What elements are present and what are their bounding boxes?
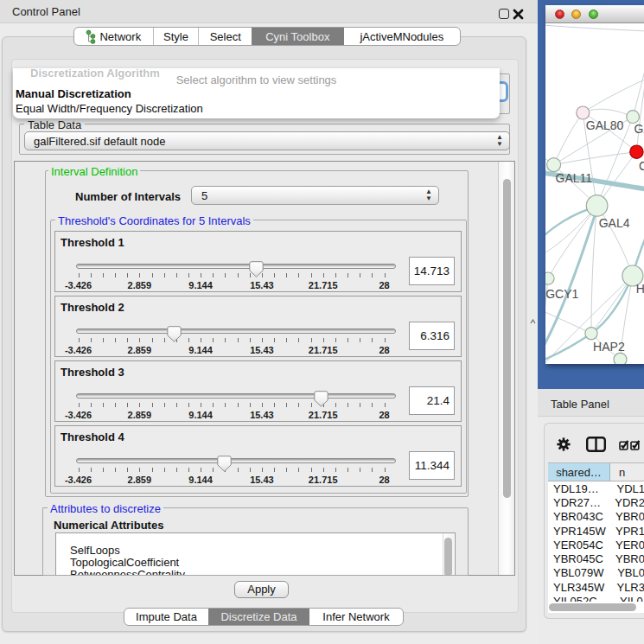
svg-text:HAP2: HAP2: [593, 340, 625, 354]
svg-text:GAL11: GAL11: [556, 171, 593, 185]
svg-text:C: C: [639, 159, 644, 173]
svg-text:GCY1: GCY1: [545, 287, 578, 301]
svg-text:GAL80: GAL80: [586, 118, 624, 132]
svg-text:H: H: [636, 282, 644, 296]
svg-text:GA: GA: [634, 122, 644, 136]
svg-text:GAL4: GAL4: [599, 216, 630, 230]
